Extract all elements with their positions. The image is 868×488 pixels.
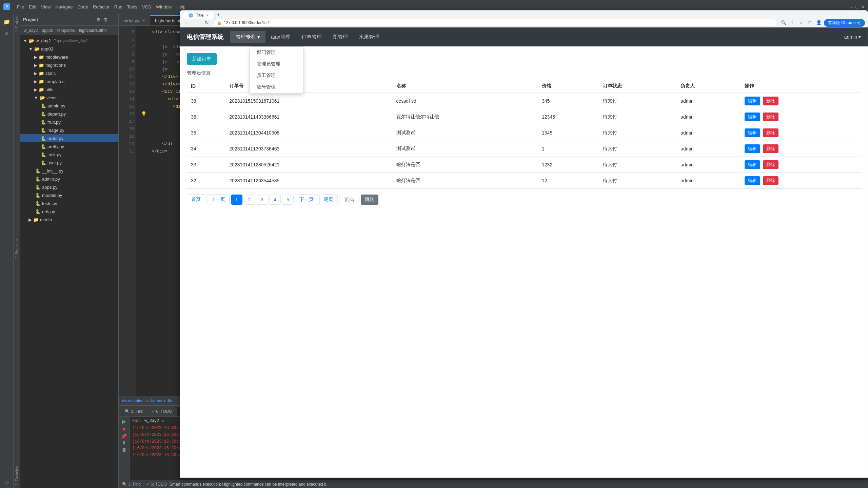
edit-btn-1[interactable]: 编辑 (745, 113, 760, 121)
bottom-tab-todo[interactable]: ✓ 6: TODO (148, 407, 176, 416)
delete-btn-4[interactable]: 删除 (763, 160, 778, 169)
delete-btn-1[interactable]: 删除 (763, 113, 778, 121)
tree-item-appspy[interactable]: 🐍 apps.py (20, 183, 118, 191)
page-btn-2[interactable]: 2 (244, 195, 255, 205)
tree-item-orderpy[interactable]: 🐍 order.py (20, 134, 118, 142)
page-btn-1[interactable]: 1 (231, 195, 242, 205)
page-btn-3[interactable]: 3 (257, 195, 268, 205)
menu-window[interactable]: Window (156, 4, 172, 9)
menu-tools[interactable]: Tools (127, 4, 137, 9)
navbar-item-ajax[interactable]: ajax管理 (265, 31, 296, 43)
extensions-btn[interactable]: □ (806, 19, 814, 26)
edit-btn-3[interactable]: 编辑 (745, 144, 760, 153)
project-panel-label[interactable]: 1: Project (14, 14, 20, 35)
profile-btn[interactable]: 👤 (815, 19, 823, 26)
dropdown-item-number[interactable]: 靓号管理 (250, 81, 303, 93)
structure-panel-label[interactable]: 2: Structure (14, 237, 20, 261)
run-close-icon[interactable]: ✕ (161, 419, 164, 423)
edit-btn-0[interactable]: 编辑 (745, 97, 760, 105)
tree-item-taskpy[interactable]: 🐍 task.py (20, 150, 118, 159)
tree-item-userpy[interactable]: 🐍 user.py (20, 159, 118, 167)
tree-item-prettypy[interactable]: 🐍 pretty.py (20, 142, 118, 150)
tree-item-utils[interactable]: ▶ 📁 utils (20, 85, 118, 94)
tree-item-admin2py[interactable]: 🐍 admin.py (20, 175, 118, 183)
browser-tab-active[interactable]: 🌐 Title ✕ (183, 12, 215, 19)
edit-btn-4[interactable]: 编辑 (745, 160, 760, 169)
forward-btn[interactable]: → (193, 19, 200, 26)
panel-minimize-btn[interactable]: — (110, 16, 116, 23)
tab-orderpy-close[interactable]: ✕ (142, 18, 145, 23)
chrome-update-btn[interactable]: 有新版 Chrome 可 (824, 19, 865, 27)
tree-item-views[interactable]: ▼ 📂 views (20, 94, 118, 102)
page-first-btn[interactable]: 首页 (187, 194, 205, 205)
menu-edit[interactable]: Edit (29, 4, 36, 9)
favorites-panel-label[interactable]: 2: Favorites (14, 463, 20, 488)
menu-run[interactable]: Run (114, 4, 122, 9)
breadcrumb-templates[interactable]: templates (57, 28, 75, 33)
bottom-tab-find[interactable]: 🔍 3: Find (121, 407, 147, 416)
panel-settings-btn[interactable]: ⚙ (96, 16, 101, 23)
tree-item-app02[interactable]: ▼ 📂 app02 (20, 45, 118, 53)
breadcrumb-file[interactable]: highcharts.html (79, 28, 106, 33)
page-last-btn[interactable]: 尾页 (319, 194, 338, 205)
window-maximize-btn[interactable]: □ (855, 4, 858, 9)
delete-btn-3[interactable]: 删除 (763, 144, 778, 153)
page-input[interactable] (339, 195, 359, 204)
run-pin-btn[interactable]: 📌 (121, 433, 127, 439)
tree-item-templates[interactable]: ▶ 📁 templates (20, 77, 118, 85)
menu-navigate[interactable]: Navigate (55, 4, 73, 9)
bookmark-btn[interactable]: ☆ (797, 19, 805, 26)
delete-btn-0[interactable]: 删除 (763, 97, 778, 105)
tree-item-departpy[interactable]: 🐍 depart.py (20, 110, 118, 118)
delete-btn-2[interactable]: 删除 (763, 128, 778, 137)
share-btn[interactable]: ⤴ (789, 19, 796, 26)
search-btn[interactable]: 🔍 (780, 19, 787, 26)
tree-item-migrations[interactable]: ▶ 📁 migrations (20, 61, 118, 69)
menu-vcs[interactable]: VCS (142, 4, 151, 9)
panel-gear-btn[interactable]: ⊞ (103, 16, 108, 23)
tree-item-testspy[interactable]: 🐍 tests.py (20, 199, 118, 207)
tree-item-media[interactable]: ▶ 📁 media (20, 216, 118, 224)
tree-item-magepy[interactable]: 🐍 mage.py (20, 126, 118, 134)
project-view-btn[interactable]: 📁 (1, 16, 12, 27)
run-clear-btn[interactable]: 🗑 (122, 447, 126, 452)
address-bar[interactable]: 🔒 127.0.0.1:8000/order/list/ (213, 19, 777, 26)
menu-refactor[interactable]: Refactor (93, 4, 110, 9)
window-close-btn[interactable]: ✕ (861, 4, 865, 9)
run-restart-btn[interactable]: ▶ (122, 418, 126, 425)
edit-btn-2[interactable]: 编辑 (745, 128, 760, 137)
browser-tab-close-btn[interactable]: ✕ (206, 14, 209, 17)
tree-item-initpy[interactable]: 🐍 __init__.py (20, 167, 118, 175)
menu-view[interactable]: View (41, 4, 51, 9)
breadcrumb-app02[interactable]: app02 (42, 28, 53, 33)
tree-item-urlspy[interactable]: 🐍 urls.py (20, 207, 118, 216)
breadcrumb-wday2[interactable]: w_day2 (24, 28, 38, 33)
new-tab-btn[interactable]: + (215, 11, 222, 19)
favorites-btn[interactable]: ☆ (1, 477, 12, 488)
tree-item-modelspy[interactable]: 🐍 models.py (20, 191, 118, 199)
navbar-item-order[interactable]: 订单管理 (296, 31, 327, 43)
tree-root[interactable]: ▼ 📂 w_day2 E:\projectfile\w_day2 (20, 37, 118, 45)
structure-btn[interactable]: ≡ (1, 28, 12, 39)
tree-item-adminpy[interactable]: 🐍 admin.py (20, 102, 118, 110)
reload-btn[interactable]: ↻ (203, 19, 211, 26)
run-stop-btn[interactable]: ■ (122, 426, 126, 432)
dropdown-item-dept[interactable]: 部门管理 (250, 47, 303, 58)
page-prev-btn[interactable]: 上一页 (206, 194, 230, 205)
tab-orderpy[interactable]: order.py ✕ (119, 15, 150, 25)
navbar-item-chart[interactable]: 图管理 (327, 31, 353, 43)
admin-dropdown[interactable]: admin ▾ (844, 34, 861, 40)
window-minimize-btn[interactable]: ─ (850, 4, 853, 9)
page-next-btn[interactable]: 下一页 (295, 194, 318, 205)
dropdown-item-staff[interactable]: 员工管理 (250, 70, 303, 81)
page-jump-btn[interactable]: 跳转 (361, 195, 378, 205)
new-order-btn[interactable]: 新建订单 (187, 53, 217, 65)
delete-btn-5[interactable]: 删除 (763, 176, 778, 185)
navbar-item-guanli[interactable]: 管理专栏 ▾ (230, 31, 265, 43)
navbar-item-fruit[interactable]: 水果管理 (353, 31, 384, 43)
tree-item-fruitpy[interactable]: 🐍 fruit.py (20, 118, 118, 126)
page-btn-4[interactable]: 4 (269, 195, 281, 205)
run-scroll-btn[interactable]: ⬇ (122, 440, 126, 446)
menu-code[interactable]: Code (78, 4, 88, 9)
menu-help[interactable]: Help (176, 4, 185, 9)
